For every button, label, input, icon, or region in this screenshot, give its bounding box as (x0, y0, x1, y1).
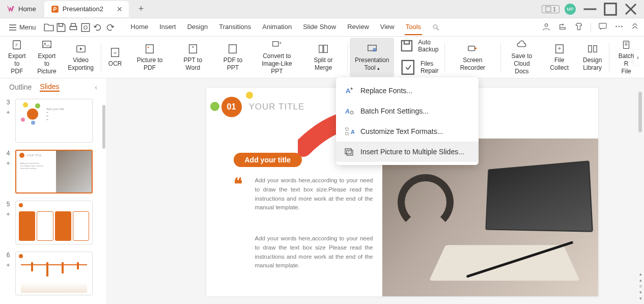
pdf-to-ppt-icon (227, 43, 238, 54)
svg-text:A: A (351, 129, 354, 135)
replace-fonts-item[interactable]: A Replace Fonts... (336, 80, 479, 101)
backup-group: Auto Backup Files Repair (394, 38, 442, 77)
user-avatar[interactable]: MP (565, 4, 576, 15)
ppt-to-word-button[interactable]: PPT to Word (173, 38, 213, 77)
body-text-1[interactable]: Add your words here,according to your ne… (255, 176, 373, 212)
print-preview-icon[interactable] (80, 22, 91, 33)
menu-button[interactable]: Menu (5, 21, 40, 33)
video-exporting-button[interactable]: Video Exporting (63, 38, 99, 77)
tab-home[interactable]: Home (130, 20, 150, 35)
close-tab-icon[interactable]: ✕ (117, 5, 123, 13)
auto-backup-button[interactable]: Auto Backup (398, 37, 438, 54)
save-icon[interactable] (55, 22, 67, 33)
account-icon[interactable] (542, 22, 551, 33)
document-tab[interactable]: P Presentation2 ✕ (44, 1, 129, 17)
file-collect-button[interactable]: File Collect (541, 38, 578, 77)
open-icon[interactable] (43, 22, 54, 33)
undo-icon[interactable] (92, 22, 103, 33)
collect-icon (554, 43, 565, 54)
panel-scrollbar[interactable] (102, 105, 105, 149)
home-tab[interactable]: Home (0, 1, 42, 17)
animation-star-icon: ✦ (6, 211, 11, 218)
menubar: Menu Home Insert Design Transitions Anim… (0, 18, 644, 37)
tab-review[interactable]: Review (346, 20, 370, 35)
thumbnail-5[interactable]: 5✦ (4, 201, 102, 244)
batch-icon (621, 39, 632, 50)
next-slide-icon[interactable]: ▾ (639, 290, 642, 295)
files-repair-button[interactable]: Files Repair (398, 58, 438, 77)
svg-point-45 (350, 111, 353, 114)
animation-star-icon: ✦ (6, 262, 11, 269)
svg-rect-12 (81, 23, 89, 31)
design-library-button[interactable]: Design Library (578, 38, 607, 77)
ribbon-scroll-right[interactable]: › (634, 50, 642, 65)
svg-rect-30 (189, 44, 197, 53)
svg-point-49 (348, 151, 349, 152)
pic-to-pdf-icon (144, 43, 155, 54)
slide-menu-icon[interactable]: ≡ (639, 284, 642, 289)
customize-text-formats-item[interactable]: A Customize Text Formats... (336, 121, 479, 142)
animation-star-icon: ✦ (6, 109, 11, 116)
export-to-picture-button[interactable]: Export to Picture (31, 38, 63, 77)
slide-title-placeholder[interactable]: YOUR TITLE (249, 102, 305, 112)
svg-point-20 (621, 26, 623, 27)
export-to-pdf-button[interactable]: P Export to PDF (3, 38, 31, 77)
svg-rect-48 (347, 150, 353, 155)
more-icon[interactable] (614, 22, 624, 33)
maximize-button[interactable] (601, 2, 620, 17)
feedback-icon[interactable] (598, 22, 607, 33)
tab-insert[interactable]: Insert (158, 20, 177, 35)
minimize-button[interactable] (581, 2, 599, 17)
svg-line-15 (437, 28, 439, 30)
svg-text:W: W (114, 51, 117, 54)
tab-animation[interactable]: Animation (261, 20, 293, 35)
insert-picture-multiple-item[interactable]: Insert Picture to Multiple Slides... (336, 142, 479, 162)
svg-rect-4 (605, 3, 617, 15)
window-close-button[interactable] (622, 2, 640, 17)
thumbnail-4[interactable]: 4✦ YOUR TITLE Add your words here accord… (4, 150, 102, 194)
next-slide-icon-2[interactable]: ▾ (639, 296, 642, 301)
window-counter[interactable]: 1 (542, 5, 559, 13)
thumbnail-6[interactable]: 6✦ (4, 252, 102, 295)
split-merge-button[interactable]: Split or Merge (301, 38, 345, 77)
picture-to-pdf-button[interactable]: Picture to PDF (127, 38, 173, 77)
save-cloud-button[interactable]: Save to Cloud Docs (502, 38, 541, 77)
thumbnail-3[interactable]: 3✦ Add your title━━━ (4, 99, 102, 143)
skin-icon[interactable] (574, 22, 583, 33)
presentation-tool-button[interactable]: Presentation Tool ▴ (350, 38, 394, 77)
print-icon[interactable] (68, 22, 79, 33)
workspace: Outline Slides ‹ 3✦ Add your title━━━ 4✦ (0, 78, 644, 304)
collapse-ribbon-icon[interactable] (631, 22, 639, 32)
tab-transitions[interactable]: Transitions (218, 20, 252, 35)
canvas-scrollbar[interactable] (638, 92, 642, 132)
svg-rect-31 (229, 44, 237, 53)
cloud-icon (516, 39, 527, 50)
text-format-icon: A (344, 126, 354, 136)
tab-slideshow[interactable]: Slide Show (302, 20, 337, 35)
subtitle-pill[interactable]: Add your title (234, 153, 302, 167)
collapse-panel-icon[interactable]: ‹ (95, 83, 97, 91)
menubar-right (542, 22, 639, 33)
tab-design[interactable]: Design (186, 20, 209, 35)
svg-text:A: A (346, 87, 351, 95)
body-text-2[interactable]: Add your words here,according to your ne… (255, 234, 373, 270)
slides-tab[interactable]: Slides (40, 82, 59, 92)
screen-recorder-button[interactable]: Screen Recorder (447, 38, 498, 77)
prev-slide-icon[interactable]: ▴ (639, 271, 642, 277)
titlebar: Home P Presentation2 ✕ + 1 MP (0, 0, 644, 18)
prev-slide-icon-2[interactable]: ▴ (639, 278, 642, 283)
share-icon[interactable] (558, 22, 567, 33)
ocr-button[interactable]: W OCR (103, 38, 127, 77)
search-icon[interactable] (431, 20, 441, 35)
convert-image-like-button[interactable]: Convert to Image-Like PPT (253, 38, 301, 77)
outline-tab[interactable]: Outline (9, 83, 32, 91)
pdf-to-ppt-button[interactable]: PDF to PPT (213, 38, 253, 77)
replace-fonts-icon: A (344, 86, 354, 96)
svg-point-39 (475, 47, 477, 49)
redo-icon[interactable] (104, 22, 116, 33)
tab-view[interactable]: View (379, 20, 396, 35)
svg-rect-33 (319, 45, 323, 52)
batch-font-settings-item[interactable]: A Batch Font Settings... (336, 101, 479, 121)
new-tab-button[interactable]: + (134, 2, 148, 16)
tab-tools[interactable]: Tools (405, 20, 422, 35)
